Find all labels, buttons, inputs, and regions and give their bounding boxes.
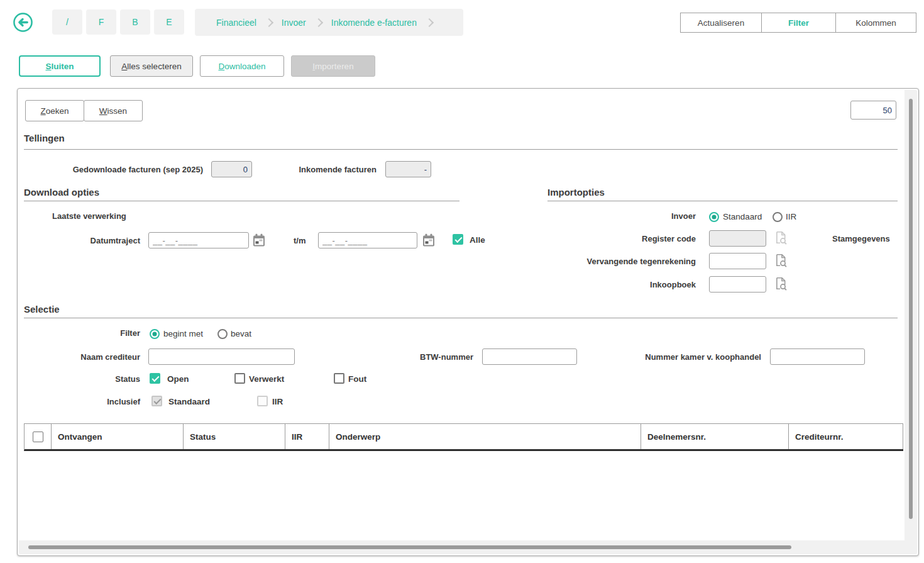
selectie-section-title: Selectie [24,304,60,315]
laatste-verwerking-label: Laatste verwerking [52,211,126,221]
sluiten-label: Sluiten [45,62,74,71]
status-open-label: Open [167,374,189,384]
downloaden-button[interactable]: Downloaden [200,55,284,77]
quick-button-f[interactable]: F [86,9,116,35]
column-header-ontvangen[interactable]: Ontvangen [52,424,184,449]
register-code-label: Register code [570,234,696,243]
sluiten-button[interactable]: Sluiten [19,55,101,77]
inclusief-label: Inclusief [24,397,140,406]
alles-selecteren-button[interactable]: Alles selecteren [110,55,193,77]
download-opties-section-title: Download opties [24,187,99,198]
date-to-input[interactable] [318,232,417,248]
gedownloade-facturen-label: Gedownloade facturen (sep 2025) [24,165,203,174]
naam-crediteur-input[interactable] [148,348,295,365]
importopties-section-title: Importopties [547,187,605,198]
status-verwerkt-checkbox[interactable] [234,373,245,384]
inclusief-standaard-checkbox [151,396,162,406]
register-code-input [709,230,766,247]
breadcrumb-item-invoer[interactable]: Invoer [282,18,306,28]
vertical-scrollbar-thumb[interactable] [909,99,913,519]
inkomende-facturen-value [385,161,431,177]
invoer-standaard-radio[interactable] [709,212,719,222]
status-fout-checkbox[interactable] [334,373,344,384]
breadcrumb: Financieel Invoer Inkomende e-facturen [195,9,463,36]
chevron-right-icon [314,18,323,26]
horizontal-scrollbar-thumb[interactable] [28,545,791,549]
btw-nummer-label: BTW-nummer [348,352,473,362]
downloaden-label: Downloaden [218,62,265,71]
inclusief-iir-label: IIR [272,397,283,406]
back-button[interactable] [13,12,33,33]
actualiseren-button[interactable]: Actualiseren [680,13,762,33]
column-header-status[interactable]: Status [184,424,285,449]
inkomende-facturen-label: Inkomende facturen [244,165,377,174]
wissen-label: Wissen [99,106,127,116]
results-table-header: Ontvangen Status IIR Onderwerp Deelnemer… [24,423,903,451]
calendar-icon[interactable] [422,233,435,247]
inclusief-standaard-label: Standaard [168,397,210,406]
kolommen-button[interactable]: Kolommen [835,13,916,33]
section-divider [24,318,898,318]
alle-checkbox-label: Alle [470,235,485,245]
document-search-icon [775,231,788,245]
column-header-onderwerp[interactable]: Onderwerp [329,424,641,449]
vervangende-tegenrekening-label: Vervangende tegenrekening [570,257,696,266]
wissen-button[interactable]: Wissen [84,100,143,121]
filter-bevat-radio[interactable] [217,329,228,339]
quick-button-b[interactable]: B [120,9,150,35]
inclusief-iir-checkbox [257,396,268,406]
inkoopboek-input[interactable] [709,276,766,293]
kvk-nummer-input[interactable] [770,348,865,365]
horizontal-scrollbar[interactable] [19,540,917,554]
section-divider [547,201,898,201]
importeren-button: Importeren [291,55,375,77]
naam-crediteur-label: Naam crediteur [24,352,140,362]
quick-button-e[interactable]: E [154,9,184,35]
kvk-nummer-label: Nummer kamer v. koophandel [573,352,761,362]
btw-nummer-input[interactable] [482,348,577,365]
page-size-input[interactable] [850,101,896,120]
column-header-iir[interactable]: IIR [285,424,329,449]
invoer-iir-label: IIR [786,212,796,221]
zoeken-label: Zoeken [40,106,69,116]
status-open-checkbox[interactable] [150,373,160,384]
vertical-scrollbar[interactable] [905,90,917,540]
status-verwerkt-label: Verwerkt [249,374,284,384]
column-header-crediteurnr[interactable]: Crediteurnr. [789,424,903,449]
section-divider [24,201,459,201]
breadcrumb-item-financieel[interactable]: Financieel [216,18,256,28]
section-divider [24,149,898,150]
column-header-deelnemersnr[interactable]: Deelnemersnr. [641,424,789,449]
filter-button[interactable]: Filter [761,13,836,33]
quick-button-slash[interactable]: / [52,9,82,35]
status-label: Status [24,374,140,384]
select-all-cell [25,424,52,449]
filter-panel: Zoeken Wissen Tellingen Gedownloade fact… [17,88,919,556]
datumtraject-label: Datumtraject [24,236,140,245]
stamgegevens-label: Stamgegevens [832,234,890,243]
zoeken-button[interactable]: Zoeken [25,100,84,121]
select-all-checkbox[interactable] [33,432,43,442]
inkoopboek-label: Inkoopboek [570,280,696,289]
invoer-standaard-label: Standaard [723,212,762,221]
app-window: / F B E Financieel Invoer Inkomende e-fa… [0,0,924,563]
document-search-icon[interactable] [775,254,788,267]
tellingen-section-title: Tellingen [24,133,65,143]
chevron-right-icon [265,18,273,26]
vervangende-tegenrekening-input[interactable] [709,253,766,269]
alles-selecteren-label: Alles selecteren [121,62,181,71]
filter-begint-met-label: begint met [163,329,203,338]
invoer-iir-radio[interactable] [773,212,783,222]
calendar-icon[interactable] [253,233,265,247]
filter-begint-met-radio[interactable] [150,329,160,339]
status-fout-label: Fout [348,374,366,384]
alle-checkbox[interactable] [453,234,463,245]
document-search-icon[interactable] [775,277,788,291]
breadcrumb-item-inkomende-e-facturen[interactable]: Inkomende e-facturen [331,18,417,28]
invoer-label: Invoer [570,211,696,221]
date-from-input[interactable] [148,232,249,248]
tm-label: t/m [294,236,306,245]
back-arrow-icon [13,24,33,35]
filter-bevat-label: bevat [231,329,251,338]
chevron-right-icon [425,18,434,26]
